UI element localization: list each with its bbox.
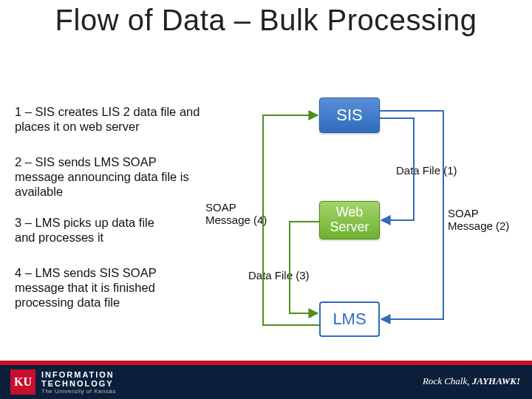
footer-tagline: Rock Chalk, JAYHAWK! [423,375,520,387]
node-lms: LMS [319,301,380,337]
footer-tagline-bold: JAYHAWK! [472,375,520,386]
slide-title: Flow of Data – Bulk Processing [0,4,532,35]
label-soap-message-2: SOAP Message (2) [448,207,522,232]
footer-it-line3: The University of Kansas [41,388,116,395]
node-sis: SIS [319,98,380,133]
step-1: 1 – SIS creates LIS 2 data file and plac… [15,105,203,134]
step-4: 4 – LMS sends SIS SOAP message that it i… [15,266,203,310]
label-data-file-3: Data File (3) [248,269,310,282]
footer-tagline-pre: Rock Chalk, [423,375,472,386]
footer-it-line1: INFORMATION [41,370,116,379]
footer-left: KU INFORMATION TECHNOLOGY The University… [10,369,116,395]
label-data-file-1: Data File (1) [396,164,457,177]
footer-it-line2: TECHNOLOGY [41,379,116,388]
footer-it-text: INFORMATION TECHNOLOGY The University of… [41,370,116,395]
flow-arrows [0,0,532,399]
step-2: 2 – SIS sends LMS SOAP message announcin… [15,155,203,199]
step-3: 3 – LMS picks up data file and processes… [15,216,170,245]
node-web-server: Web Server [319,201,380,239]
label-soap-message-4: SOAP Message (4) [205,201,279,226]
ku-logo: KU [10,369,35,395]
